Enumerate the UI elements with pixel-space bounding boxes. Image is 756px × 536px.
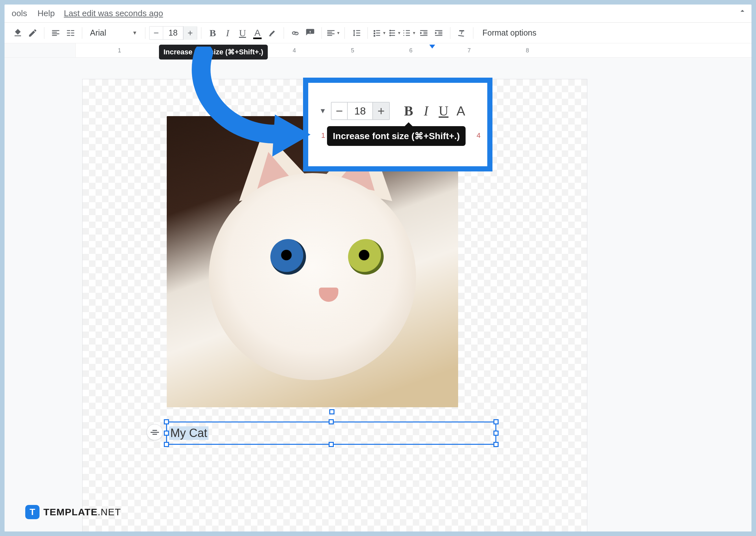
insert-comment-button[interactable] (303, 25, 318, 41)
watermark-badge-icon: T (25, 505, 40, 519)
indent-marker-icon[interactable] (429, 45, 435, 49)
numbered-list-button[interactable]: ▼ (402, 25, 416, 41)
selection-handle[interactable] (493, 430, 499, 436)
callout-text-color-button[interactable]: A (456, 104, 465, 118)
collapse-chevron-icon[interactable] (738, 7, 747, 18)
caption-text[interactable]: My Cat (169, 426, 208, 440)
highlight-button[interactable] (265, 25, 280, 41)
callout-font-size-cluster: − 18 + (331, 102, 390, 120)
align-split-icon[interactable] (63, 25, 78, 41)
selection-handle[interactable] (164, 419, 169, 424)
selection-handle[interactable] (493, 442, 499, 447)
line-spacing-button[interactable] (349, 25, 364, 41)
clear-formatting-button[interactable] (454, 25, 469, 41)
drag-handle-icon[interactable] (147, 424, 163, 440)
ruler-tick: 1 (118, 47, 121, 54)
text-color-button[interactable]: A (250, 25, 265, 41)
app-window: ools Help Last edit was seconds ago Aria… (5, 5, 751, 531)
checklist-button[interactable]: ▼ (372, 25, 386, 41)
caret-down-icon: ▼ (318, 107, 328, 115)
caption-text-box[interactable]: My Cat (166, 421, 496, 445)
selection-handle[interactable] (164, 430, 169, 436)
selection-handle[interactable] (329, 419, 334, 424)
insert-link-button[interactable] (288, 25, 303, 41)
selection-handle[interactable] (329, 442, 334, 447)
ruler-tick: 6 (409, 47, 413, 54)
increase-font-size-button[interactable]: + (183, 26, 197, 40)
callout-font-size-input[interactable]: 18 (348, 103, 373, 119)
selection-handle[interactable] (329, 409, 335, 414)
callout-increase-font-size-button[interactable]: + (373, 103, 389, 119)
callout-underline-button[interactable]: U (436, 103, 451, 119)
pencil-icon[interactable] (25, 25, 40, 41)
align-dropdown[interactable]: ▼ (326, 25, 341, 41)
font-size-cluster: − 18 + (149, 26, 197, 40)
format-options-button[interactable]: Format options (477, 25, 542, 41)
italic-button[interactable]: I (220, 25, 235, 41)
menu-bar: ools Help Last edit was seconds ago (5, 5, 751, 23)
increase-indent-button[interactable] (431, 25, 446, 41)
ruler-tick: 5 (351, 47, 354, 54)
toolbar: Arial ▼ − 18 + B I U A (5, 23, 751, 43)
align-left-icon[interactable] (48, 25, 63, 41)
caret-down-icon: ▼ (132, 30, 137, 36)
ruler[interactable]: 1 2 3 4 5 6 7 8 (5, 43, 751, 57)
ruler-tick: 7 (468, 47, 471, 54)
underline-button[interactable]: U (235, 25, 250, 41)
selection-handle[interactable] (493, 419, 499, 424)
fill-color-icon[interactable] (10, 25, 25, 41)
callout-decrease-font-size-button[interactable]: − (332, 103, 348, 119)
decrease-indent-button[interactable] (416, 25, 431, 41)
font-family-value: Arial (90, 28, 106, 38)
callout-increase-font-size-tooltip: Increase font size (⌘+Shift+.) (327, 126, 466, 146)
watermark-suffix: .NET (97, 507, 121, 517)
last-edit-link[interactable]: Last edit was seconds ago (60, 8, 163, 18)
ruler-tick: 4 (293, 47, 296, 54)
font-size-input[interactable]: 18 (163, 26, 183, 40)
callout-italic-button[interactable]: I (418, 103, 434, 119)
selection-handle[interactable] (164, 442, 169, 447)
increase-font-size-tooltip: Increase font size (⌘+Shift+.) (159, 45, 268, 59)
bold-button[interactable]: B (205, 25, 220, 41)
menu-help[interactable]: Help (32, 8, 60, 18)
watermark-brand: TEMPLATE (43, 507, 97, 517)
menu-tools[interactable]: ools (7, 8, 32, 18)
watermark: T TEMPLATE.NET (25, 505, 121, 519)
decrease-font-size-button[interactable]: − (150, 26, 163, 40)
zoom-callout: ▼ − 18 + B I U A 1 4 Increase font size … (303, 78, 492, 171)
ruler-tick: 8 (526, 47, 529, 54)
bullet-list-button[interactable]: ▼ (386, 25, 402, 41)
callout-bold-button[interactable]: B (401, 103, 416, 119)
font-family-dropdown[interactable]: Arial ▼ (86, 25, 141, 41)
